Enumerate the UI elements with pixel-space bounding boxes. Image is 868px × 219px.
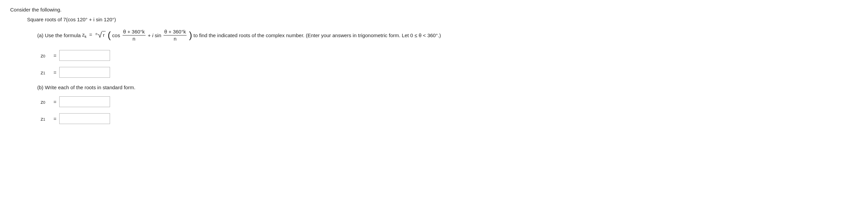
z0b-sub: 0 [43, 100, 45, 104]
z0-input[interactable] [59, 50, 110, 61]
radical-symbol: √ [98, 31, 102, 39]
cos-numerator: θ + 360°k [123, 28, 146, 35]
radical-radicand: r [102, 31, 106, 39]
sin-denominator: n [173, 35, 177, 42]
sin-fraction: θ + 360°k n [164, 28, 187, 42]
z0b-var: z [41, 99, 43, 105]
z0-sub: 0 [43, 54, 45, 58]
z1-row: z1 = [41, 67, 858, 78]
sin-numerator: θ + 360°k [164, 28, 187, 35]
z1b-equals: = [53, 116, 57, 122]
z0b-equals: = [53, 99, 57, 105]
open-paren: ( [108, 30, 111, 40]
cos-label: cos [112, 32, 120, 38]
part-a: (a) Use the formula zk = n √ r ( cos θ +… [37, 28, 858, 78]
part-b: (b) Write each of the roots in standard … [37, 84, 858, 124]
z0-equals: = [53, 53, 57, 58]
z1b-row: z1 = [41, 113, 858, 124]
z1b-label: z1 [41, 116, 51, 122]
radical-index: n [95, 32, 97, 36]
z0-row: z0 = [41, 50, 858, 61]
z1-var: z [41, 70, 43, 75]
cos-fraction: θ + 360°k n [123, 28, 146, 42]
z0b-label: z0 [41, 99, 51, 105]
z0b-input[interactable] [59, 96, 110, 107]
equals-formula: = [89, 32, 92, 38]
consider-label: Consider the following. [10, 7, 858, 13]
zk-subscript: k [85, 34, 87, 39]
main-container: Consider the following. Square roots of … [10, 7, 858, 124]
square-roots-text: Square roots of 7(cos 120° + i sin 120°) [27, 17, 858, 22]
z1-input[interactable] [59, 67, 110, 78]
z1-label: z1 [41, 70, 51, 75]
zk-expression: zk = [82, 32, 93, 39]
zk-var: z [82, 32, 85, 38]
part-b-label: (b) Write each of the roots in standard … [37, 84, 858, 90]
close-paren: ) [189, 30, 192, 40]
z1-sub: 1 [43, 71, 45, 75]
part-a-label: (a) Use the formula [37, 32, 81, 38]
z1b-input[interactable] [59, 113, 110, 124]
z0-var: z [41, 53, 43, 58]
z0b-row: z0 = [41, 96, 858, 107]
z1-equals: = [53, 70, 57, 75]
cos-denominator: n [132, 35, 136, 42]
description-text: to find the indicated roots of the compl… [194, 32, 441, 38]
plus-i-sin: + i sin [148, 32, 161, 38]
nth-root: n √ r [95, 31, 106, 39]
formula-line: (a) Use the formula zk = n √ r ( cos θ +… [37, 28, 858, 42]
z0-label: z0 [41, 53, 51, 58]
z1b-sub: 1 [43, 117, 45, 121]
z1b-var: z [41, 116, 43, 122]
